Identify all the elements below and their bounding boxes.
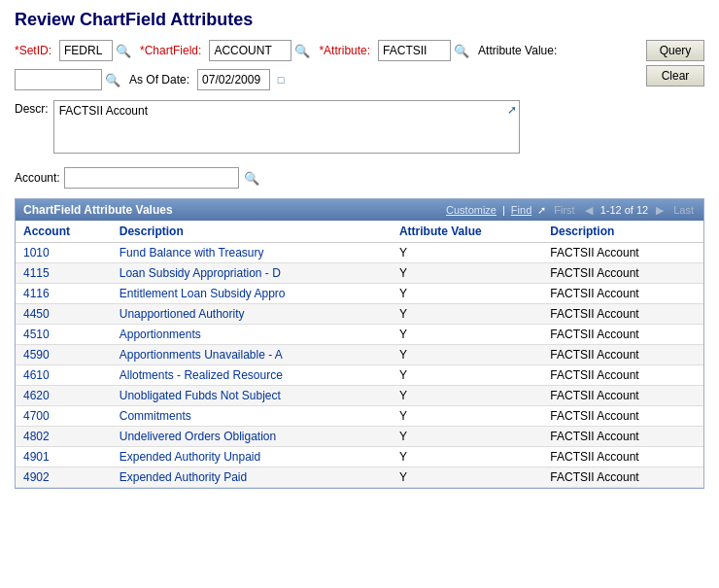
query-button[interactable]: Query bbox=[646, 40, 704, 61]
table-row: 4115Loan Subsidy Appropriation - DYFACTS… bbox=[16, 263, 703, 284]
customize-link[interactable]: Customize bbox=[446, 204, 496, 216]
col-attribute-value: Attribute Value bbox=[392, 221, 542, 243]
cell-account[interactable]: 4802 bbox=[16, 427, 112, 447]
table-row: 4610Allotments - Realized ResourceYFACTS… bbox=[16, 365, 703, 386]
table-row: 4590Apportionments Unavailable - AYFACTS… bbox=[16, 345, 703, 365]
table-controls: Customize | Find ➚ First ◀ 1-12 of 12 ▶ … bbox=[446, 204, 696, 217]
cell-attribute-value: Y bbox=[392, 365, 542, 386]
attribute-value-input[interactable] bbox=[15, 69, 102, 90]
cell-account[interactable]: 1010 bbox=[16, 243, 112, 263]
chartfield-input[interactable] bbox=[209, 40, 291, 61]
setid-input[interactable] bbox=[59, 40, 113, 61]
last-button[interactable]: Last bbox=[671, 204, 696, 216]
cell-account[interactable]: 4116 bbox=[16, 284, 112, 304]
cell-attribute-value: Y bbox=[392, 427, 542, 447]
cell-description2: FACTSII Account bbox=[542, 386, 703, 406]
attribute-value-label: Attribute Value: bbox=[478, 44, 557, 57]
cell-attribute-value: Y bbox=[392, 263, 542, 284]
first-button[interactable]: First bbox=[552, 204, 576, 216]
calendar-icon[interactable]: □ bbox=[272, 71, 290, 88]
table-row: 4802Undelivered Orders ObligationYFACTSI… bbox=[16, 427, 703, 447]
cell-attribute-value: Y bbox=[392, 325, 542, 345]
col-description2: Description bbox=[542, 221, 703, 243]
chartfield-search-icon[interactable]: 🔍 bbox=[293, 42, 311, 59]
col-account: Account bbox=[16, 221, 112, 243]
cell-description2: FACTSII Account bbox=[542, 406, 703, 427]
cell-account[interactable]: 4902 bbox=[16, 467, 112, 488]
setid-label: *SetID: bbox=[15, 44, 51, 57]
cell-attribute-value: Y bbox=[392, 284, 542, 304]
cell-description[interactable]: Unobligated Fubds Not Subject bbox=[112, 386, 392, 406]
as-of-date-input[interactable] bbox=[197, 69, 270, 90]
cell-description[interactable]: Expended Authority Unpaid bbox=[112, 447, 392, 467]
cell-description2: FACTSII Account bbox=[542, 243, 703, 263]
table-row: 4901Expended Authority UnpaidYFACTSII Ac… bbox=[16, 447, 703, 467]
table-row: 4620Unobligated Fubds Not SubjectYFACTSI… bbox=[16, 386, 703, 406]
cell-description2: FACTSII Account bbox=[542, 345, 703, 365]
attribute-value-search-icon[interactable]: 🔍 bbox=[104, 71, 121, 88]
table-row: 4510ApportionmentsYFACTSII Account bbox=[16, 325, 703, 345]
descr-expand-icon[interactable]: ➚ bbox=[507, 103, 517, 117]
cell-account[interactable]: 4115 bbox=[16, 263, 112, 284]
prev-button[interactable]: ◀ bbox=[583, 204, 595, 217]
chartfield-label: *ChartField: bbox=[140, 44, 201, 57]
attribute-label: *Attribute: bbox=[319, 44, 370, 57]
table-header-row: Account Description Attribute Value Desc… bbox=[16, 221, 703, 243]
descr-value: FACTSII Account bbox=[59, 104, 148, 118]
cell-description[interactable]: Undelivered Orders Obligation bbox=[112, 427, 392, 447]
cell-account[interactable]: 4510 bbox=[16, 325, 112, 345]
account-search-icon[interactable]: 🔍 bbox=[243, 169, 260, 187]
descr-box: FACTSII Account ➚ bbox=[53, 100, 520, 154]
cell-description2: FACTSII Account bbox=[542, 263, 703, 284]
cell-description[interactable]: Entitlement Loan Subsidy Appro bbox=[112, 284, 392, 304]
cell-description2: FACTSII Account bbox=[542, 467, 703, 488]
cell-attribute-value: Y bbox=[392, 243, 542, 263]
cell-description2: FACTSII Account bbox=[542, 365, 703, 386]
cell-description2: FACTSII Account bbox=[542, 304, 703, 325]
cell-description[interactable]: Allotments - Realized Resource bbox=[112, 365, 392, 386]
cell-attribute-value: Y bbox=[392, 386, 542, 406]
as-of-date-label: As Of Date: bbox=[129, 73, 189, 86]
account-label: Account: bbox=[15, 171, 60, 185]
table-title: ChartField Attribute Values bbox=[23, 203, 173, 217]
find-link[interactable]: Find bbox=[511, 204, 531, 216]
cell-description2: FACTSII Account bbox=[542, 427, 703, 447]
cell-account[interactable]: 4610 bbox=[16, 365, 112, 386]
col-description: Description bbox=[112, 221, 392, 243]
table-row: 1010Fund Balance with TreasuryYFACTSII A… bbox=[16, 243, 703, 263]
cell-account[interactable]: 4620 bbox=[16, 386, 112, 406]
cell-attribute-value: Y bbox=[392, 345, 542, 365]
cell-description[interactable]: Loan Subsidy Appropriation - D bbox=[112, 263, 392, 284]
table-header-bar: ChartField Attribute Values Customize | … bbox=[16, 199, 703, 221]
descr-label: Descr: bbox=[15, 100, 49, 116]
attribute-search-icon[interactable]: 🔍 bbox=[453, 42, 470, 59]
cell-description[interactable]: Apportionments bbox=[112, 325, 392, 345]
table-row: 4700CommitmentsYFACTSII Account bbox=[16, 406, 703, 427]
cell-description[interactable]: Apportionments Unavailable - A bbox=[112, 345, 392, 365]
cell-description2: FACTSII Account bbox=[542, 325, 703, 345]
chartfield-attribute-table: ChartField Attribute Values Customize | … bbox=[15, 198, 704, 489]
cell-description2: FACTSII Account bbox=[542, 447, 703, 467]
cell-description[interactable]: Expended Authority Paid bbox=[112, 467, 392, 488]
cell-description[interactable]: Fund Balance with Treasury bbox=[112, 243, 392, 263]
attribute-input[interactable] bbox=[378, 40, 451, 61]
cell-account[interactable]: 4590 bbox=[16, 345, 112, 365]
setid-search-icon[interactable]: 🔍 bbox=[115, 42, 132, 59]
cell-account[interactable]: 4450 bbox=[16, 304, 112, 325]
cell-attribute-value: Y bbox=[392, 304, 542, 325]
cell-account[interactable]: 4901 bbox=[16, 447, 112, 467]
cell-description2: FACTSII Account bbox=[542, 284, 703, 304]
account-input[interactable] bbox=[64, 167, 239, 189]
results-table: Account Description Attribute Value Desc… bbox=[16, 221, 703, 488]
cell-description[interactable]: Unapportioned Authority bbox=[112, 304, 392, 325]
next-button[interactable]: ▶ bbox=[654, 204, 666, 217]
table-row: 4450Unapportioned AuthorityYFACTSII Acco… bbox=[16, 304, 703, 325]
cell-description[interactable]: Commitments bbox=[112, 406, 392, 427]
table-row: 4116Entitlement Loan Subsidy ApproYFACTS… bbox=[16, 284, 703, 304]
clear-button[interactable]: Clear bbox=[646, 65, 704, 86]
cell-attribute-value: Y bbox=[392, 406, 542, 427]
nav-info: 1-12 of 12 bbox=[600, 204, 649, 216]
cell-attribute-value: Y bbox=[392, 447, 542, 467]
cell-account[interactable]: 4700 bbox=[16, 406, 112, 427]
table-row: 4902Expended Authority PaidYFACTSII Acco… bbox=[16, 467, 703, 488]
